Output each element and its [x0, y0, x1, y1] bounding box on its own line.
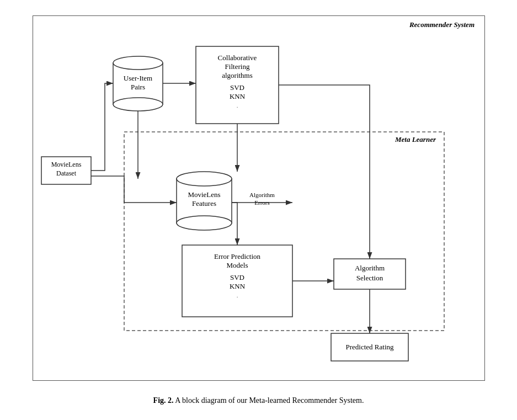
user-item-cylinder-top	[113, 56, 163, 70]
movielens-dataset-label-2: Dataset	[56, 169, 77, 177]
page-container: Recommender System Meta Learner User-Ite…	[16, 4, 502, 416]
movielens-features-label-2: Features	[191, 199, 216, 208]
diagram-svg: Recommender System Meta Learner User-Ite…	[33, 16, 486, 380]
algo-errors-label-2: Errors	[254, 199, 270, 206]
movielens-features-top	[177, 172, 232, 186]
collab-label-3: algorithms	[222, 71, 253, 79]
collab-label-1: Collaborative	[217, 54, 257, 62]
error-pred-dot: .	[236, 292, 238, 299]
movielens-features-bottom	[177, 216, 232, 230]
figure-caption: Fig. 2. A block diagram of our Meta-lear…	[153, 396, 364, 405]
fig-text: A block diagram of our Meta-learned Reco…	[174, 396, 364, 405]
algo-sel-label-2: Selection	[356, 274, 383, 282]
predicted-rating-label: Predicted Rating	[345, 343, 394, 351]
meta-learner-label: Meta Learner	[394, 135, 436, 143]
collab-label-5: KNN	[229, 92, 245, 100]
collab-label-4: SVD	[230, 83, 244, 92]
user-item-cylinder-bottom	[113, 98, 163, 111]
movielens-features-label-1: MovieLens	[188, 190, 220, 199]
error-pred-label-1: Error Prediction	[214, 252, 260, 260]
outer-box: Recommender System Meta Learner User-Ite…	[33, 15, 485, 381]
arrow-dataset-to-features	[91, 176, 177, 203]
error-pred-label-4: KNN	[229, 282, 245, 290]
collab-label-dot: .	[236, 102, 238, 109]
recommender-system-label: Recommender System	[408, 20, 474, 29]
error-pred-label-3: SVD	[230, 273, 244, 281]
arrow-collab-to-algosel	[279, 85, 370, 259]
movielens-dataset-label-1: MovieLens	[51, 161, 81, 168]
collab-label-2: Filtering	[225, 62, 249, 71]
algo-errors-label-1: Algorithm	[249, 192, 275, 198]
arrow-dataset-to-useritems	[91, 83, 113, 171]
user-item-label-1: User-Item	[123, 74, 152, 82]
arrow-features-to-errorpred	[232, 203, 237, 245]
user-item-label-2: Pairs	[131, 83, 145, 91]
algo-sel-label-1: Algorithm	[354, 264, 384, 272]
error-pred-label-2: Models	[226, 261, 248, 269]
fig-label: Fig. 2.	[153, 396, 174, 405]
